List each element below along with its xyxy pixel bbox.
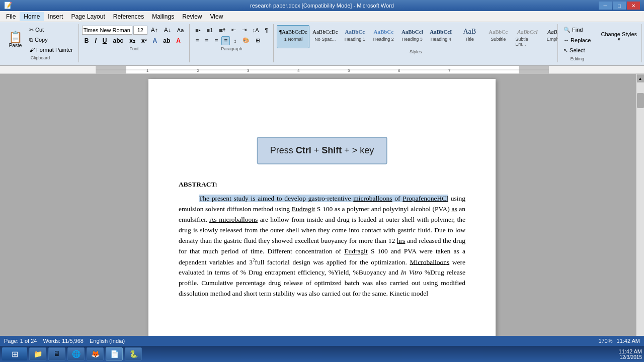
menu-mailings[interactable]: Mailings <box>148 12 178 21</box>
change-styles-button[interactable]: Change Styles ▼ <box>598 26 639 46</box>
taskbar-item-ie[interactable]: 🌐 <box>67 347 85 360</box>
style-heading4[interactable]: AaBbCcI Heading 4 <box>427 25 455 48</box>
align-right-btn[interactable]: ≡ <box>212 36 220 45</box>
find-button[interactable]: 🔍 Find <box>561 25 585 35</box>
abstract-paragraph[interactable]: The present study is aimed to develop ga… <box>179 194 465 299</box>
align-justify-btn[interactable]: ≡ <box>221 36 230 45</box>
copy-button[interactable]: ⧉ Copy <box>27 35 75 45</box>
ruler-svg: 1 2 3 4 5 6 7 <box>96 66 549 74</box>
style-heading3[interactable]: AaBbCcl Heading 3 <box>398 25 426 48</box>
status-left: Page: 1 of 24 Words: 11/5,968 English (I… <box>4 338 125 344</box>
style-subtle-em-preview: AaBbCcI <box>517 27 537 37</box>
format-painter-button[interactable]: 🖌 Format Painter <box>27 45 75 54</box>
style-no-space[interactable]: AaBbCcDc No Spac... <box>310 25 340 48</box>
text-effects-btn[interactable]: A <box>150 36 160 45</box>
document-page[interactable]: Press Ctrl + Shift + > key ABSTRACT: The… <box>148 79 496 355</box>
start-button[interactable]: ⊞ <box>2 347 27 360</box>
menu-home[interactable]: Home <box>20 12 44 21</box>
menu-review[interactable]: Review <box>178 12 206 21</box>
styles-label: Styles <box>277 49 554 54</box>
menu-insert[interactable]: Insert <box>44 12 67 21</box>
editing-label: Editing <box>561 56 593 61</box>
style-normal[interactable]: ¶ AaBbCcDc 1 Normal <box>277 25 309 48</box>
decrease-font-btn[interactable]: A↓ <box>162 25 174 35</box>
eudragit-link-1: Eudragit <box>292 205 315 213</box>
maximize-button[interactable]: □ <box>613 2 626 10</box>
svg-text:1: 1 <box>146 68 149 73</box>
italic-btn[interactable]: I <box>92 36 99 45</box>
ruler-inner: 1 2 3 4 5 6 7 <box>96 66 548 73</box>
bullets-btn[interactable]: ≡• <box>193 26 203 35</box>
taskbar-item-python[interactable]: 🐍 <box>125 347 142 360</box>
style-heading3-label: Heading 3 <box>402 37 423 42</box>
vertical-scrollbar[interactable]: ▲ ▼ <box>636 74 644 355</box>
status-bar: Page: 1 of 24 Words: 11/5,968 English (I… <box>0 336 644 346</box>
menu-page-layout[interactable]: Page Layout <box>67 12 109 21</box>
close-button[interactable]: ✕ <box>627 2 640 10</box>
python-icon: 🐍 <box>128 349 138 359</box>
status-right: 170% 11:42 AM <box>598 338 640 344</box>
numbering-btn[interactable]: ≡1 <box>204 26 216 35</box>
borders-btn[interactable]: ⊞ <box>253 36 263 45</box>
taskbar-item-word[interactable]: 📄 <box>106 347 123 360</box>
style-emphasis[interactable]: AaBbCc Emphasis <box>543 25 558 48</box>
style-title-label: Title <box>465 37 474 42</box>
strikethrough-btn[interactable]: abc <box>111 36 126 45</box>
clear-format-btn[interactable]: Aa <box>175 26 186 35</box>
paste-icon: 📋 <box>9 32 22 43</box>
font-color-btn[interactable]: A <box>174 36 183 45</box>
paragraph-label: Paragraph <box>193 46 270 51</box>
show-formatting-btn[interactable]: ¶ <box>263 26 271 35</box>
style-subtle-em[interactable]: AaBbCcI Subtle Em... <box>513 25 542 48</box>
ribbon: 📋 Paste ✂ Cut ⧉ Copy 🖌 Format Painter Cl… <box>0 22 644 66</box>
style-heading2[interactable]: AaBbCc Heading 2 <box>369 25 397 48</box>
date-display: 12/3/2015 <box>619 354 642 360</box>
font-name-input[interactable] <box>82 26 132 35</box>
shading-btn[interactable]: 🎨 <box>240 36 252 45</box>
menu-references[interactable]: References <box>109 12 148 21</box>
ie-icon: 🌐 <box>71 349 81 359</box>
style-no-space-label: No Spac... <box>314 37 336 42</box>
style-heading1[interactable]: AaBbCc Heading 1 <box>341 25 369 48</box>
line-spacing-btn[interactable]: ↕ <box>231 36 239 45</box>
select-button[interactable]: ↖ Select <box>561 46 588 55</box>
menu-file[interactable]: File <box>2 12 20 21</box>
replace-button[interactable]: ↔ Replace <box>561 36 593 45</box>
increase-indent-btn[interactable]: ⇥ <box>239 25 249 35</box>
subscript-btn[interactable]: x₂ <box>127 36 138 45</box>
decrease-indent-btn[interactable]: ⇤ <box>229 25 238 35</box>
highlight-btn[interactable]: ab <box>160 36 173 45</box>
cut-button[interactable]: ✂ Cut <box>27 25 75 35</box>
increase-font-btn[interactable]: A↑ <box>148 25 160 35</box>
paste-button[interactable]: 📋 Paste <box>5 30 26 50</box>
taskbar-item-computer[interactable]: 🖥 <box>48 347 65 360</box>
clipboard-group: 📋 Paste ✂ Cut ⧉ Copy 🖌 Format Painter Cl… <box>2 24 79 62</box>
scroll-thumb[interactable] <box>637 93 644 108</box>
underline-btn[interactable]: U <box>100 36 110 45</box>
align-center-btn[interactable]: ≡ <box>202 36 211 45</box>
svg-text:3: 3 <box>247 68 250 73</box>
sort-btn[interactable]: ↕A <box>250 26 262 35</box>
word-icon: 📄 <box>109 349 119 359</box>
font-group: A↑ A↓ Aa B I U abc x₂ x² A ab A Font <box>79 24 190 62</box>
computer-icon: 🖥 <box>52 349 62 359</box>
align-left-btn[interactable]: ≡ <box>193 36 201 45</box>
scroll-up-btn[interactable]: ▲ <box>637 74 644 82</box>
minimize-button[interactable]: ─ <box>599 2 612 10</box>
menu-view[interactable]: View <box>206 12 227 21</box>
language: English (India) <box>90 338 125 344</box>
multilevel-btn[interactable]: ≡# <box>216 26 228 35</box>
window-title: research paper.docx [Compatibility Mode]… <box>250 3 394 9</box>
style-title[interactable]: AaB Title <box>455 25 484 48</box>
eudragit-link-2: Eudragit <box>344 247 368 255</box>
taskbar-item-firefox[interactable]: 🦊 <box>87 347 104 360</box>
bold-btn[interactable]: B <box>82 36 92 45</box>
font-size-input[interactable] <box>133 26 147 35</box>
editing-group: 🔍 Find ↔ Replace ↖ Select Editing <box>558 24 596 62</box>
taskbar-item-explorer[interactable]: 📁 <box>29 347 46 360</box>
superscript-btn[interactable]: x² <box>139 36 149 45</box>
style-subtitle[interactable]: AaBbCc Subtitle <box>484 25 512 48</box>
style-emphasis-preview: AaBbCc <box>547 27 558 37</box>
paste-label: Paste <box>9 43 22 48</box>
microballoons-link-2: Microballoons <box>410 258 449 265</box>
